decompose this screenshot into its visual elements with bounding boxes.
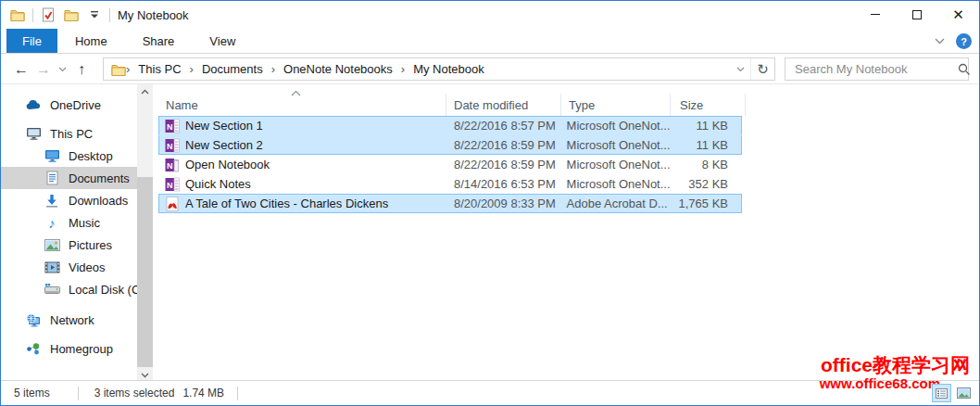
sidebar-item-pictures[interactable]: Pictures [1,234,154,256]
sidebar-item-homegroup[interactable]: Homegroup [1,337,154,360]
file-row-new-section-2[interactable]: N New Section 2 8/22/2016 8:59 PM Micros… [158,135,742,155]
sidebar-item-label: Documents [69,171,130,185]
new-folder-icon[interactable] [63,6,80,23]
sidebar-item-music[interactable]: ♪ Music [1,211,154,234]
onenote-section-icon: N [165,138,180,153]
file-row-new-section-1[interactable]: N New Section 1 8/22/2016 8:57 PM Micros… [158,116,742,135]
close-button[interactable]: ✕ [937,1,979,28]
search-icon[interactable] [958,63,971,76]
up-button[interactable]: ↑ [69,58,94,81]
breadcrumb-my-notebook[interactable]: My Notebook [405,62,493,76]
breadcrumb-onenote-notebooks[interactable]: OneNote Notebooks [275,62,401,76]
column-header-size[interactable]: Size [671,94,746,116]
column-header-date-modified[interactable]: Date modified [446,94,561,116]
forward-button[interactable]: → [32,58,55,81]
pdf-file-icon [165,197,180,211]
search-input[interactable] [785,62,958,76]
quick-access-toolbar [1,6,110,23]
sidebar-item-local-disk-c[interactable]: Local Disk (C:) [1,278,154,300]
file-size: 8 KB [670,158,741,171]
sidebar-item-label: Music [69,216,100,230]
file-list: Name Date modified Type Size N New Secti… [154,84,979,382]
sidebar-item-desktop[interactable]: Desktop [1,145,154,167]
back-button[interactable]: ← [10,58,32,81]
file-date: 8/22/2016 8:59 PM [446,158,561,171]
tab-share[interactable]: Share [125,29,193,53]
computer-icon [25,127,42,140]
sidebar-item-label: Downloads [69,194,128,208]
scroll-up-icon[interactable] [137,84,153,98]
title-bar: My Notebook ✕ [1,1,979,29]
file-date: 8/14/2016 6:53 PM [446,177,561,191]
navigation-bar: ← → ↑ › This PC › Documents › OneNote No… [1,54,979,84]
file-size: 352 KB [670,177,741,191]
file-date: 8/22/2016 8:59 PM [446,138,561,152]
up-icon: ↑ [78,62,85,77]
details-view-icon [936,388,948,399]
forward-icon: → [36,62,51,77]
column-headers: Name Date modified Type Size [154,84,979,116]
file-size: 11 KB [670,119,741,133]
thumbnail-view-button[interactable] [954,384,974,402]
navigation-pane: OneDrive This PC Desktop Documents [1,84,154,382]
toolbar-separator [32,8,33,22]
sidebar-item-videos[interactable]: Videos [1,256,154,278]
details-view-button[interactable] [932,384,951,402]
sidebar-item-onedrive[interactable]: OneDrive [1,94,154,116]
sort-ascending-icon [291,85,301,99]
minimize-ribbon-chevron-icon[interactable] [935,38,945,44]
file-size: 1,765 KB [670,197,741,210]
thumbnail-view-icon [957,387,971,399]
explorer-window: My Notebook ✕ File Home Share View ? ← → [0,0,980,406]
close-icon: ✕ [952,7,964,21]
ribbon-tab-bar: File Home Share View ? [1,29,979,54]
sidebar-item-documents[interactable]: Documents [1,167,137,189]
file-type: Microsoft OneNot... [561,158,671,171]
file-name: New Section 2 [185,138,263,152]
svg-text:N: N [167,121,173,131]
downloads-icon [44,194,60,208]
scrollbar-thumb[interactable] [137,177,153,367]
tab-view[interactable]: View [192,29,253,53]
ribbon-tabs: File Home Share View [6,29,253,53]
file-row-a-tale-of-two-cities[interactable]: A Tale of Two Cities - Charles Dickens 8… [158,194,742,213]
pictures-icon [44,239,60,251]
breadcrumb-this-pc[interactable]: This PC [130,62,189,76]
refresh-icon[interactable]: ↻ [750,58,774,80]
address-bar[interactable]: › This PC › Documents › OneNote Notebook… [103,57,775,81]
sidebar-item-label: Network [50,313,94,327]
sidebar-item-label: Homegroup [50,342,113,356]
customize-qat-dropdown-icon[interactable] [86,6,103,23]
address-dropdown-chevron-icon[interactable] [730,67,750,72]
homegroup-icon [25,342,42,355]
file-row-quick-notes[interactable]: N Quick Notes 8/14/2016 6:53 PM Microsof… [158,174,742,194]
recent-locations-chevron-icon[interactable] [55,58,69,81]
view-toggles [932,384,974,402]
minimize-button[interactable] [854,1,896,28]
svg-text:N: N [167,141,173,150]
column-header-type[interactable]: Type [561,94,671,116]
maximize-button[interactable] [896,1,937,28]
sidebar-item-downloads[interactable]: Downloads [1,189,154,211]
help-icon[interactable]: ? [956,33,972,49]
tab-home[interactable]: Home [57,29,125,53]
back-icon: ← [14,62,29,77]
statusbar-divider [237,387,238,400]
address-folder-icon [111,63,126,76]
network-globe-icon [25,313,42,327]
sidebar-item-this-pc[interactable]: This PC [1,122,154,145]
properties-check-icon[interactable] [40,6,57,23]
onedrive-cloud-icon [25,99,42,110]
sidebar-item-label: Videos [69,260,106,274]
sidebar-scrollbar[interactable] [137,84,153,382]
onenote-notebook-icon: N [165,158,180,172]
sidebar-item-label: OneDrive [50,98,101,112]
search-box [785,57,969,81]
toolbar-separator [109,8,110,22]
file-date: 8/20/2009 8:33 PM [446,197,561,210]
sidebar-item-network[interactable]: Network [1,309,154,331]
maximize-icon [912,10,922,19]
file-row-open-notebook[interactable]: N Open Notebook 8/22/2016 8:59 PM Micros… [158,155,742,174]
tab-file[interactable]: File [6,29,57,53]
breadcrumb-documents[interactable]: Documents [194,62,271,76]
